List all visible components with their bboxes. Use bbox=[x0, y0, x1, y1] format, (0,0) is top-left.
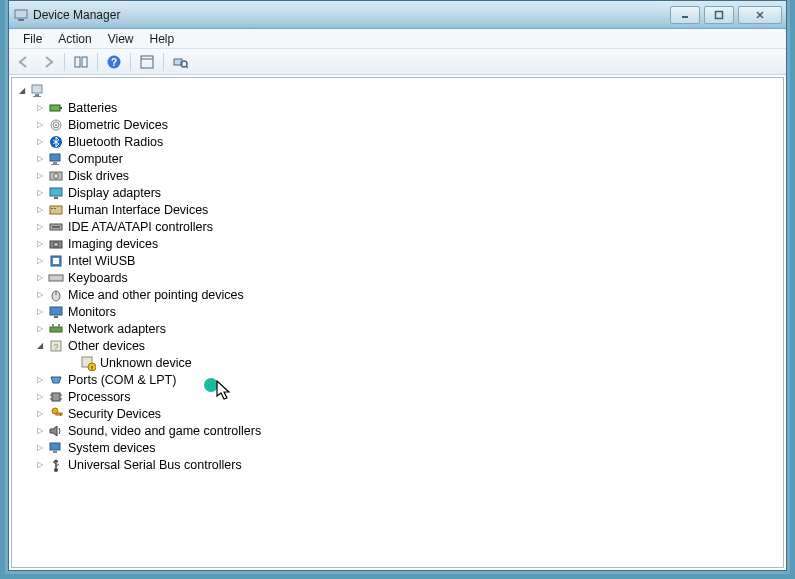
help-button[interactable]: ? bbox=[103, 51, 125, 73]
processor-icon bbox=[48, 389, 64, 405]
tree-view[interactable]: Batteries Biometric Devices Bluetooth Ra… bbox=[11, 77, 784, 568]
batteries-node[interactable]: Batteries bbox=[32, 99, 781, 116]
node-label: Batteries bbox=[68, 101, 117, 115]
imaging-node[interactable]: Imaging devices bbox=[32, 235, 781, 252]
expand-icon[interactable] bbox=[34, 238, 46, 250]
monitor-icon bbox=[48, 304, 64, 320]
computer-icon bbox=[48, 151, 64, 167]
other-devices-node[interactable]: ? Other devices bbox=[32, 337, 781, 354]
ide-node[interactable]: IDE ATA/ATAPI controllers bbox=[32, 218, 781, 235]
unknown-device-icon: ! bbox=[80, 355, 96, 371]
ports-node[interactable]: Ports (COM & LPT) bbox=[32, 371, 781, 388]
node-label: Computer bbox=[68, 152, 123, 166]
keyboards-node[interactable]: Keyboards bbox=[32, 269, 781, 286]
bluetooth-icon bbox=[48, 134, 64, 150]
node-label: Mice and other pointing devices bbox=[68, 288, 244, 302]
expand-icon[interactable] bbox=[34, 153, 46, 165]
expand-icon[interactable] bbox=[34, 391, 46, 403]
expand-icon[interactable] bbox=[34, 374, 46, 386]
svg-text:?: ? bbox=[111, 57, 117, 68]
unknown-device-node[interactable]: ! Unknown device bbox=[64, 354, 781, 371]
scan-hardware-button[interactable] bbox=[169, 51, 191, 73]
expand-icon[interactable] bbox=[34, 459, 46, 471]
mouse-icon bbox=[48, 287, 64, 303]
node-label: Processors bbox=[68, 390, 131, 404]
camera-icon bbox=[48, 236, 64, 252]
sound-node[interactable]: Sound, video and game controllers bbox=[32, 422, 781, 439]
expand-icon[interactable] bbox=[34, 340, 46, 352]
svg-line-14 bbox=[186, 66, 188, 68]
wiusb-node[interactable]: Intel WiUSB bbox=[32, 252, 781, 269]
expand-icon[interactable] bbox=[34, 272, 46, 284]
bluetooth-node[interactable]: Bluetooth Radios bbox=[32, 133, 781, 150]
svg-text:!: ! bbox=[91, 364, 93, 370]
forward-button[interactable] bbox=[37, 51, 59, 73]
system-node[interactable]: System devices bbox=[32, 439, 781, 456]
expand-icon[interactable] bbox=[34, 289, 46, 301]
processors-node[interactable]: Processors bbox=[32, 388, 781, 405]
titlebar: Device Manager bbox=[9, 1, 786, 29]
svg-rect-46 bbox=[54, 316, 58, 318]
menu-view[interactable]: View bbox=[100, 30, 142, 48]
close-button[interactable] bbox=[738, 6, 782, 24]
wiusb-icon bbox=[48, 253, 64, 269]
expand-icon[interactable] bbox=[34, 119, 46, 131]
node-label: Disk drives bbox=[68, 169, 129, 183]
expand-icon[interactable] bbox=[34, 255, 46, 267]
usb-icon bbox=[48, 457, 64, 473]
toolbar-separator bbox=[97, 53, 98, 71]
computer-node[interactable]: Computer bbox=[32, 150, 781, 167]
hid-node[interactable]: Human Interface Devices bbox=[32, 201, 781, 218]
node-label: Intel WiUSB bbox=[68, 254, 135, 268]
expand-icon[interactable] bbox=[34, 442, 46, 454]
svg-rect-16 bbox=[35, 94, 39, 96]
root-node[interactable] bbox=[14, 82, 781, 99]
node-label: Biometric Devices bbox=[68, 118, 168, 132]
svg-point-28 bbox=[54, 173, 59, 178]
menu-action[interactable]: Action bbox=[50, 30, 99, 48]
expand-icon[interactable] bbox=[34, 408, 46, 420]
biometric-node[interactable]: Biometric Devices bbox=[32, 116, 781, 133]
security-node[interactable]: Security Devices bbox=[32, 405, 781, 422]
expand-icon[interactable] bbox=[16, 85, 28, 97]
properties-button[interactable] bbox=[136, 51, 158, 73]
svg-rect-39 bbox=[53, 258, 59, 264]
disk-icon bbox=[48, 168, 64, 184]
maximize-button[interactable] bbox=[704, 6, 734, 24]
expand-icon[interactable] bbox=[34, 323, 46, 335]
menu-file[interactable]: File bbox=[15, 30, 50, 48]
expand-icon[interactable] bbox=[34, 221, 46, 233]
node-label: Human Interface Devices bbox=[68, 203, 208, 217]
svg-rect-49 bbox=[58, 324, 60, 327]
node-label: Ports (COM & LPT) bbox=[68, 373, 176, 387]
node-label: Other devices bbox=[68, 339, 145, 353]
svg-rect-33 bbox=[54, 208, 56, 209]
menubar: File Action View Help bbox=[9, 29, 786, 49]
network-node[interactable]: Network adapters bbox=[32, 320, 781, 337]
svg-rect-35 bbox=[52, 226, 60, 228]
expand-icon[interactable] bbox=[34, 170, 46, 182]
svg-rect-25 bbox=[53, 162, 57, 164]
node-label: System devices bbox=[68, 441, 156, 455]
node-label: Imaging devices bbox=[68, 237, 158, 251]
monitors-node[interactable]: Monitors bbox=[32, 303, 781, 320]
usb-node[interactable]: Universal Serial Bus controllers bbox=[32, 456, 781, 473]
expand-icon[interactable] bbox=[34, 204, 46, 216]
svg-rect-62 bbox=[60, 413, 61, 416]
mice-node[interactable]: Mice and other pointing devices bbox=[32, 286, 781, 303]
show-hide-button[interactable] bbox=[70, 51, 92, 73]
svg-rect-63 bbox=[50, 443, 60, 450]
expand-icon[interactable] bbox=[34, 187, 46, 199]
minimize-button[interactable] bbox=[670, 6, 700, 24]
display-node[interactable]: Display adapters bbox=[32, 184, 781, 201]
expand-icon[interactable] bbox=[34, 102, 46, 114]
expand-icon[interactable] bbox=[34, 306, 46, 318]
back-button[interactable] bbox=[13, 51, 35, 73]
svg-rect-64 bbox=[53, 451, 57, 453]
expand-icon[interactable] bbox=[34, 425, 46, 437]
svg-rect-32 bbox=[51, 208, 53, 209]
disk-node[interactable]: Disk drives bbox=[32, 167, 781, 184]
expand-icon[interactable] bbox=[34, 136, 46, 148]
svg-rect-30 bbox=[54, 197, 58, 199]
menu-help[interactable]: Help bbox=[142, 30, 183, 48]
